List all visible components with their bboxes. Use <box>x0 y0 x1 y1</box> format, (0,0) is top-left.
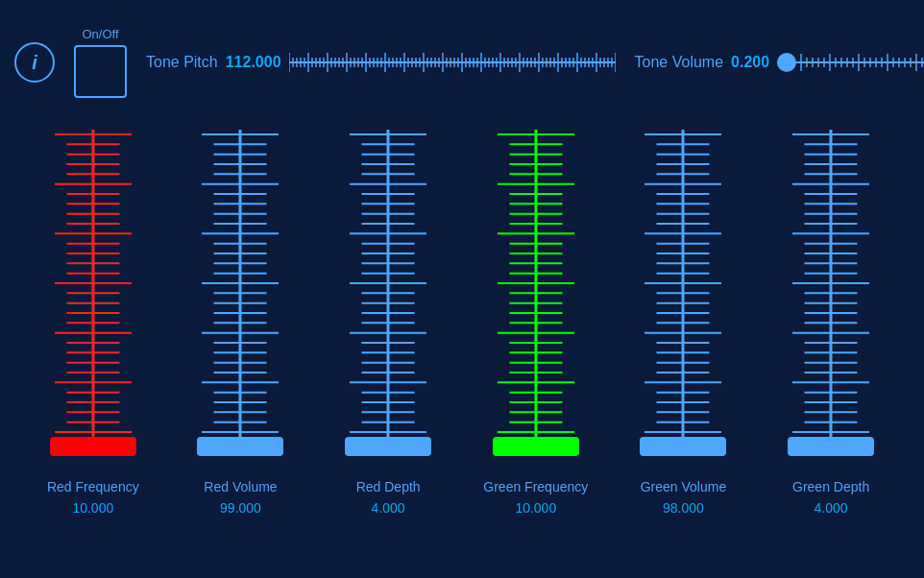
green-volume-slider[interactable] <box>620 130 745 466</box>
red-frequency-value: 10.000 <box>72 500 113 516</box>
svg-rect-201 <box>197 437 283 456</box>
red-volume-value: 99.000 <box>220 500 261 516</box>
red-depth-label: Red Depth <box>356 479 421 494</box>
svg-rect-267 <box>493 437 579 456</box>
green-volume-slider-wrapper: Green Volume 98.000 <box>620 130 745 516</box>
vertical-sliders-section: Red Frequency 10.000 Red Volume 99.000 R… <box>0 130 924 516</box>
on-off-label: On/Off <box>82 27 118 41</box>
red-frequency-slider[interactable] <box>31 130 156 466</box>
green-volume-value: 98.000 <box>663 500 704 516</box>
svg-rect-300 <box>640 437 726 456</box>
red-depth-slider[interactable] <box>326 130 450 466</box>
tone-pitch-value: 112.000 <box>226 54 281 71</box>
tone-pitch-label: Tone Pitch <box>146 54 218 71</box>
tone-volume-slider[interactable] <box>777 38 924 86</box>
green-volume-label: Green Volume <box>641 479 727 494</box>
info-icon[interactable]: i <box>14 42 55 83</box>
green-depth-value: 4.000 <box>815 500 848 516</box>
tone-volume-label: Tone Volume <box>635 54 724 71</box>
green-frequency-slider-wrapper: Green Frequency 10.000 <box>474 130 598 516</box>
red-frequency-label: Red Frequency <box>47 479 139 494</box>
green-depth-slider-wrapper: Green Depth 4.000 <box>768 130 893 516</box>
red-volume-label: Red Volume <box>204 479 277 494</box>
svg-rect-234 <box>345 437 431 456</box>
on-off-button[interactable] <box>74 45 127 98</box>
tone-pitch-section: Tone Pitch 112.000 <box>146 38 616 86</box>
on-off-section: On/Off <box>74 27 127 98</box>
svg-rect-168 <box>50 437 136 456</box>
green-depth-slider[interactable] <box>768 130 893 466</box>
green-depth-label: Green Depth <box>792 479 869 494</box>
tone-volume-value: 0.200 <box>731 54 769 71</box>
red-depth-slider-wrapper: Red Depth 4.000 <box>326 130 450 516</box>
red-depth-value: 4.000 <box>372 500 405 516</box>
svg-point-88 <box>777 53 796 72</box>
svg-rect-333 <box>788 437 874 456</box>
red-frequency-slider-wrapper: Red Frequency 10.000 <box>31 130 156 516</box>
green-frequency-slider[interactable] <box>474 130 598 466</box>
red-volume-slider-wrapper: Red Volume 99.000 <box>178 130 303 516</box>
tone-pitch-slider[interactable] <box>289 38 616 86</box>
red-volume-slider[interactable] <box>178 130 303 466</box>
tone-volume-section: Tone Volume 0.200 <box>635 38 924 86</box>
green-frequency-label: Green Frequency <box>483 479 588 494</box>
green-frequency-value: 10.000 <box>515 500 556 516</box>
